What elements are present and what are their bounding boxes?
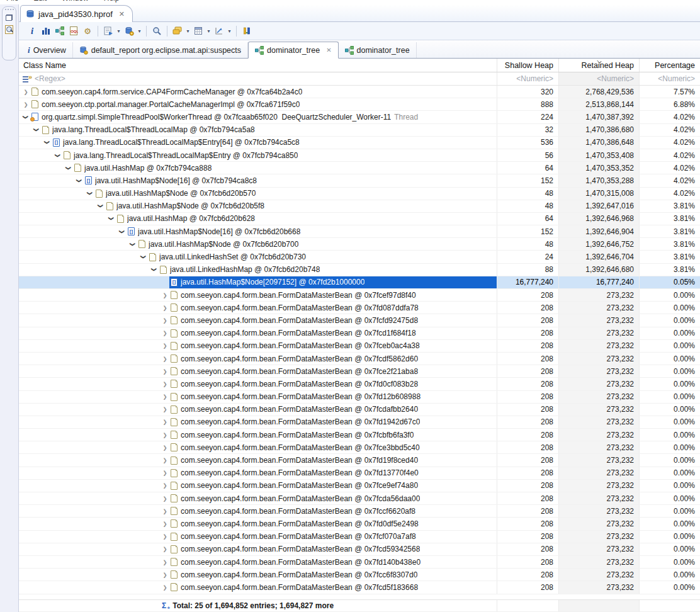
column-retained-heap[interactable]: Retained Heap xyxy=(558,59,639,72)
shallow-filter-field[interactable]: <Numeric> xyxy=(497,72,558,85)
expand-arrow-icon[interactable] xyxy=(21,98,30,110)
tree-row[interactable]: java.util.HashMap @ 0x7fcb6d20b628 64 1,… xyxy=(19,213,700,225)
expand-arrow-icon[interactable] xyxy=(64,162,73,174)
expand-arrow-icon[interactable] xyxy=(161,467,169,479)
expand-arrow-icon[interactable] xyxy=(161,441,169,453)
expand-arrow-icon[interactable] xyxy=(96,200,105,212)
expand-arrow-icon[interactable] xyxy=(161,454,169,466)
tree-row[interactable]: java.lang.ThreadLocal$ThreadLocalMap @ 0… xyxy=(19,124,700,137)
expand-arrow-icon[interactable] xyxy=(161,543,169,555)
tree-row[interactable]: java.util.HashMap$Node @ 0x7fcb6d20b5f8 … xyxy=(19,200,700,213)
info-button[interactable]: i xyxy=(26,24,38,38)
column-shallow-heap[interactable]: Shallow Heap xyxy=(497,59,558,72)
regex-filter-field[interactable]: <Regex> xyxy=(19,72,497,85)
expand-arrow-icon[interactable] xyxy=(161,340,169,352)
menu-edit[interactable]: Edit xyxy=(31,0,49,4)
tree-row[interactable]: com.seeyon.cap4.form.bean.FormDataMaster… xyxy=(19,302,700,314)
group-by-button[interactable] xyxy=(171,24,184,38)
tree-row[interactable]: com.seeyon.cap4.form.bean.FormDataMaster… xyxy=(19,289,700,302)
expand-arrow-icon[interactable] xyxy=(161,581,169,593)
calculator-dropdown[interactable] xyxy=(205,28,212,34)
thread-stacks-button[interactable] xyxy=(240,24,253,38)
expand-arrow-icon[interactable] xyxy=(161,492,169,504)
expand-arrow-icon[interactable] xyxy=(128,238,137,250)
tree-row[interactable]: com.seeyon.cap4.form.bean.FormDataMaster… xyxy=(19,378,700,390)
expand-arrow-icon[interactable] xyxy=(161,276,169,288)
expand-arrow-icon[interactable] xyxy=(161,327,169,339)
tree-row[interactable]: java.util.HashMap @ 0x7fcb794ca888 64 1,… xyxy=(19,162,700,174)
tree-row[interactable]: com.seeyon.cap4.form.bean.FormDataMaster… xyxy=(19,569,700,581)
export-dropdown[interactable] xyxy=(226,28,233,34)
tree-row[interactable]: com.seeyon.cap4.form.bean.FormDataMaster… xyxy=(19,340,700,353)
column-class-name[interactable]: Class Name xyxy=(19,59,497,72)
tree-row[interactable]: java.util.LinkedHashSet @ 0x7fcb6d20b730… xyxy=(19,251,700,263)
expand-arrow-icon[interactable] xyxy=(161,429,169,441)
expand-arrow-icon[interactable] xyxy=(21,111,30,123)
expand-arrow-icon[interactable] xyxy=(161,314,169,326)
heap-actions-button[interactable] xyxy=(123,24,135,38)
tree-row[interactable]: java.util.LinkedHashMap @ 0x7fcb6d20b748… xyxy=(19,264,700,276)
editor-tab-hprof[interactable]: java_pid43530.hprof xyxy=(20,5,133,22)
export-button[interactable] xyxy=(213,24,225,38)
inspector-view-icon[interactable] xyxy=(5,25,13,34)
expert-test-button[interactable]: ⚙ xyxy=(81,24,94,38)
tree-row[interactable]: com.seeyon.cap4.form.bean.FormDataMaster… xyxy=(19,365,700,378)
tree-row[interactable]: com.seeyon.ctp.portal.manager.PortalCach… xyxy=(19,98,700,111)
restore-view-icon[interactable] xyxy=(6,14,13,21)
menu-window[interactable]: Window xyxy=(59,0,91,4)
expand-arrow-icon[interactable] xyxy=(161,404,169,416)
expand-arrow-icon[interactable] xyxy=(32,124,41,136)
tree-row[interactable]: com.seeyon.cap4.form.bean.FormDataMaster… xyxy=(19,353,700,365)
percentage-filter-field[interactable]: <Numeric> xyxy=(639,72,700,85)
tree-row[interactable]: com.seeyon.cap4.form.bean.FormDataMaster… xyxy=(19,480,700,492)
expand-arrow-icon[interactable] xyxy=(86,188,94,200)
expand-arrow-icon[interactable] xyxy=(161,302,169,314)
expand-arrow-icon[interactable] xyxy=(54,149,62,161)
expand-arrow-icon[interactable] xyxy=(107,213,116,225)
tree-row[interactable]: com.seeyon.cap4.form.bean.FormDataMaster… xyxy=(19,556,700,569)
tree-row[interactable]: java.util.HashMap$Node[16] @ 0x7fcb6d20b… xyxy=(19,225,700,238)
menu-file[interactable]: File xyxy=(4,0,21,4)
tree-row[interactable]: com.seeyon.cap4.form.bean.FormDataMaster… xyxy=(19,314,700,327)
tree-row[interactable]: java.util.HashMap$Node @ 0x7fcb6d20b570 … xyxy=(19,188,700,200)
close-icon[interactable] xyxy=(119,10,125,18)
heap-actions-dropdown[interactable] xyxy=(136,28,143,34)
query-browser-dropdown[interactable] xyxy=(115,28,122,34)
expand-arrow-icon[interactable] xyxy=(21,86,30,98)
expand-arrow-icon[interactable] xyxy=(161,378,169,390)
expand-arrow-icon[interactable] xyxy=(43,137,52,149)
group-by-dropdown[interactable] xyxy=(184,28,191,34)
tree-row[interactable]: org.quartz.simpl.SimpleThreadPool$Worker… xyxy=(19,111,700,123)
tree-row[interactable]: com.seeyon.cap4.form.bean.FormDataMaster… xyxy=(19,429,700,441)
tab-dominator-tree-2[interactable]: dominator_tree xyxy=(339,42,417,58)
oql-button[interactable]: OQL xyxy=(67,24,80,38)
tree-row[interactable]: java.util.HashMap$Node[16] @ 0x7fcb794ca… xyxy=(19,174,700,187)
tree-row[interactable]: com.seeyon.cap4.form.bean.FormDataMaster… xyxy=(19,416,700,429)
tab-dominator-tree-active[interactable]: dominator_tree xyxy=(248,42,338,59)
expand-arrow-icon[interactable] xyxy=(161,480,169,492)
expand-arrow-icon[interactable] xyxy=(118,225,127,237)
drag-handle[interactable] xyxy=(5,9,14,10)
expand-arrow-icon[interactable] xyxy=(161,391,169,403)
expand-arrow-icon[interactable] xyxy=(161,556,169,568)
tree-row[interactable]: java.util.HashMap$Node @ 0x7fcb6d20b700 … xyxy=(19,238,700,251)
tree-row[interactable]: java.util.HashMap$Node[2097152] @ 0x7fd2… xyxy=(19,276,700,289)
tree-row[interactable]: java.lang.ThreadLocal$ThreadLocalMap$Ent… xyxy=(19,149,700,162)
tree-row[interactable]: com.seeyon.cap4.form.bean.FormDataMaster… xyxy=(19,505,700,518)
expand-arrow-icon[interactable] xyxy=(161,353,169,365)
tree-row[interactable]: com.seeyon.cap4.form.bean.FormDataMaster… xyxy=(19,531,700,543)
expand-arrow-icon[interactable] xyxy=(161,289,169,301)
calculator-button[interactable] xyxy=(192,24,205,38)
dominator-tree-button[interactable] xyxy=(54,24,66,38)
histogram-button[interactable] xyxy=(40,24,52,38)
expand-arrow-icon[interactable] xyxy=(161,365,169,377)
tree-row[interactable]: com.seeyon.cap4.form.bean.FormDataMaster… xyxy=(19,391,700,404)
expand-arrow-icon[interactable] xyxy=(161,416,169,428)
tree-row[interactable]: com.seeyon.cap4.form.bean.FormDataMaster… xyxy=(19,467,700,480)
tab-overview[interactable]: i Overview xyxy=(21,42,73,58)
tree-row[interactable]: com.seeyon.cap4.form.bean.FormDataMaster… xyxy=(19,327,700,340)
tree-row[interactable]: com.seeyon.cap4.form.bean.FormDataMaster… xyxy=(19,404,700,416)
expand-arrow-icon[interactable] xyxy=(161,505,169,517)
tree-row[interactable]: com.seeyon.cap4.form.bean.FormDataMaster… xyxy=(19,543,700,556)
column-percentage[interactable]: Percentage xyxy=(639,59,700,72)
